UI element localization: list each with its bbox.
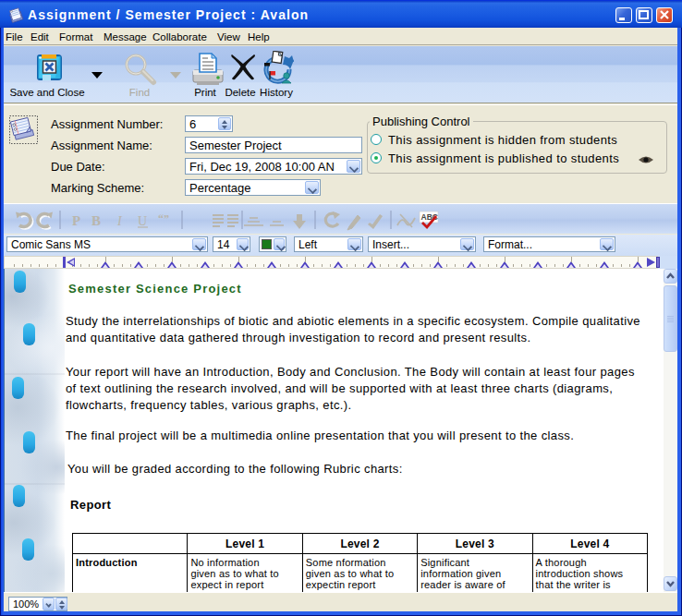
svg-text:U: U [138,214,147,228]
svg-text:B: B [91,213,101,228]
svg-text:I: I [116,214,123,228]
svg-text:“”: “” [158,212,169,225]
svg-text:P: P [72,213,80,228]
